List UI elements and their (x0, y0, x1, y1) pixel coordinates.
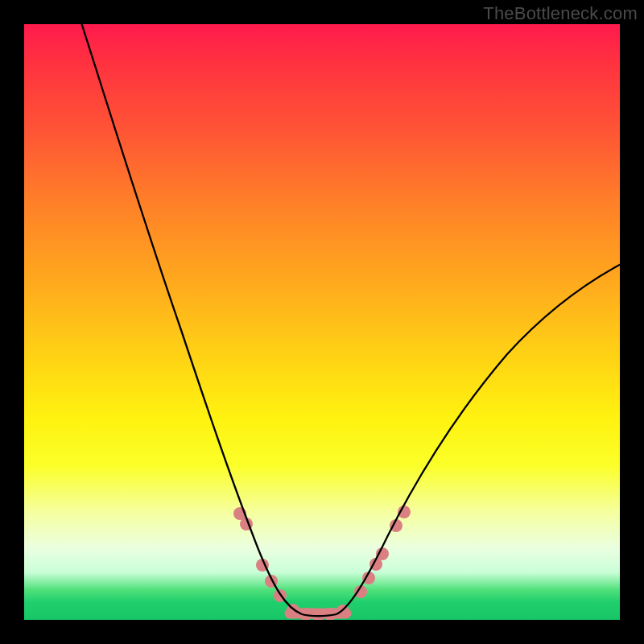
watermark-text: TheBottleneck.com (483, 3, 638, 24)
curve-layer (24, 24, 620, 620)
plot-area (24, 24, 620, 620)
chart-frame: TheBottleneck.com (0, 0, 644, 644)
left-curve (80, 24, 302, 614)
